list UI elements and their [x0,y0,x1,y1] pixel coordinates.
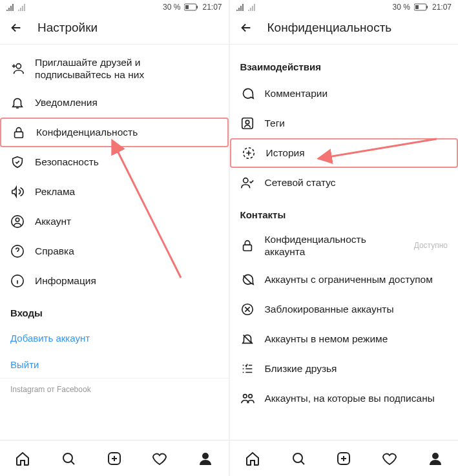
section-interactions: Взаимодействия [230,50,459,79]
row-label: История [266,147,447,159]
svg-rect-2 [185,5,189,9]
nav-add[interactable] [335,450,352,467]
svg-point-17 [245,120,249,124]
row-following[interactable]: Аккаунты, на которые вы подписаны [230,384,459,413]
battery-icon [414,3,428,11]
section-contacts: Контакты [230,198,459,227]
nav-search[interactable] [60,450,77,467]
row-muted[interactable]: Аккаунты в немом режиме [230,324,459,354]
row-ads[interactable]: Реклама [0,177,229,207]
nav-add[interactable] [106,450,123,467]
privacy-list: Взаимодействия Комментарии Теги История … [230,45,459,440]
row-label: Аккаунт [35,215,218,227]
nav-activity[interactable] [381,450,398,467]
svg-rect-14 [426,6,428,8]
row-label: Аккаунты в немом режиме [265,333,448,345]
header: Настройки [0,14,229,45]
row-help[interactable]: Справка [0,236,229,266]
back-button[interactable] [9,21,23,35]
user-circle-icon [10,214,25,229]
lock-icon [12,125,26,140]
add-user-icon [10,61,25,76]
svg-point-6 [16,218,19,222]
row-account[interactable]: Аккаунт [0,207,229,236]
help-icon [10,244,25,258]
nav-activity[interactable] [151,450,168,467]
svg-point-11 [202,453,209,459]
clock: 21:07 [432,3,452,12]
add-account-link[interactable]: Добавить аккаунт [0,325,229,351]
row-label: Аккаунты с ограниченным доступом [265,273,448,285]
row-story[interactable]: История [230,138,459,168]
header: Конфиденциальность [230,14,459,45]
settings-list: Приглашайте друзей и подписывайтесь на н… [0,45,229,440]
svg-point-3 [16,64,21,68]
following-icon [240,391,255,406]
svg-point-9 [63,453,72,462]
row-label: Заблокированные аккаунты [265,303,448,315]
nav-profile[interactable] [427,450,444,467]
battery-text: 30 % [163,3,180,12]
nav-profile[interactable] [197,450,214,467]
info-icon [10,274,25,288]
row-notifications[interactable]: Уведомления [0,88,229,118]
blocked-icon [240,302,255,316]
row-security[interactable]: Безопасность [0,147,229,177]
left-screen: 30 % 21:07 Настройки Приглашайте друзей … [0,0,229,476]
nav-search[interactable] [290,450,307,467]
svg-point-19 [243,178,247,183]
logout-link[interactable]: Выйти [0,351,229,378]
footer-note: Instagram от Facebook [0,378,229,398]
battery-icon [184,3,198,11]
row-account-privacy[interactable]: Конфиденциальность аккаунта Доступно [230,227,459,265]
row-invite-friends[interactable]: Приглашайте друзей и подписывайтесь на н… [0,50,229,88]
row-comments[interactable]: Комментарии [230,79,459,109]
shield-icon [10,155,25,169]
no-comment-icon [240,273,255,287]
svg-point-26 [432,453,439,459]
row-restricted[interactable]: Аккаунты с ограниченным доступом [230,265,459,295]
story-icon [242,146,256,160]
svg-point-23 [248,394,252,398]
row-label: Приглашайте друзей и подписывайтесь на н… [35,56,218,81]
row-close-friends[interactable]: Близкие друзья [230,354,459,384]
svg-rect-4 [15,132,23,138]
clock: 21:07 [202,3,222,12]
row-label: Близкие друзья [265,362,448,375]
row-activity-status[interactable]: Сетевой статус [230,168,459,198]
svg-rect-1 [196,6,198,8]
nav-home[interactable] [14,450,31,467]
header-title: Конфиденциальность [267,21,392,35]
muted-icon [240,332,255,346]
row-label: Безопасность [35,156,218,168]
row-label: Сетевой статус [265,176,448,189]
back-button[interactable] [239,21,253,35]
row-trail: Доступно [414,241,448,250]
signal-icon [236,3,245,11]
row-label: Реклама [35,185,218,198]
header-title: Настройки [37,21,98,35]
row-label: Справка [35,245,218,257]
row-privacy[interactable]: Конфиденциальность [0,118,229,147]
signal2-icon [18,3,27,11]
nav-home[interactable] [244,450,261,467]
row-label: Конфиденциальность [36,126,217,138]
row-label: Теги [265,117,448,129]
logins-title: Входы [0,296,229,325]
megaphone-icon [10,185,25,199]
right-screen: 30 % 21:07 Конфиденциальность Взаимодейс… [230,0,459,476]
row-blocked[interactable]: Заблокированные аккаунты [230,295,459,324]
row-tags[interactable]: Теги [230,109,459,138]
bell-icon [10,96,25,110]
row-label: Информация [35,274,218,287]
svg-rect-16 [242,118,253,129]
row-label: Конфиденциальность аккаунта [265,233,404,258]
row-label: Уведомления [35,96,218,109]
row-label: Комментарии [265,87,448,99]
signal2-icon [248,3,257,11]
row-info[interactable]: Информация [0,266,229,296]
statusbar: 30 % 21:07 [0,0,229,14]
comment-icon [240,87,255,101]
svg-rect-20 [243,245,251,251]
signal-icon [6,3,16,11]
